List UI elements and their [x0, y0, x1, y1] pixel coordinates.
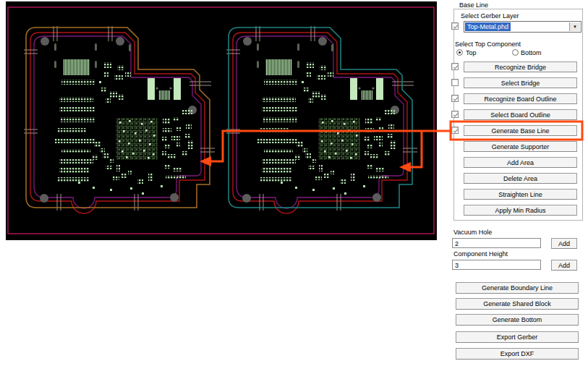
component-height-input[interactable] [452, 260, 541, 270]
radio-bottom[interactable] [512, 49, 519, 56]
component-height-add-button[interactable]: Add [551, 260, 577, 271]
recognize-board-outline-checkbox[interactable] [451, 95, 459, 102]
generate-shared-block-button[interactable]: Generate Shared Block [456, 298, 579, 310]
select-gerber-layer-label: Select Gerber Layer [461, 12, 519, 20]
generate-bottom-button[interactable]: Generate Bottom [456, 314, 579, 326]
gerber-viewport[interactable] [0, 0, 448, 250]
group-title: Base Line [457, 1, 490, 9]
apply-min-radius-button[interactable]: Apply Min Radius [464, 205, 577, 216]
delete-area-button[interactable]: Delete Area [464, 173, 577, 184]
select-top-component-label: Select Top Component [455, 41, 521, 48]
export-dxf-button[interactable]: Export DXF [456, 348, 579, 360]
recognize-bridge-checkbox[interactable] [451, 63, 459, 70]
gerber-layer-value: Top-Metal.phd [465, 22, 511, 31]
check-icon [452, 64, 459, 71]
check-icon [452, 127, 459, 135]
select-board-outline-checkbox[interactable] [451, 111, 459, 118]
radio-bottom-label[interactable]: Bottom [521, 49, 542, 56]
generate-base-line-button[interactable]: Generate Base Line [464, 125, 577, 136]
radio-top[interactable] [456, 49, 463, 56]
straighten-line-button[interactable]: Straighten Line [464, 189, 577, 200]
dropdown-button[interactable]: ▼ [569, 22, 580, 31]
generate-base-line-checkbox[interactable] [451, 127, 459, 134]
add-area-button[interactable]: Add Area [464, 157, 577, 168]
control-panel: Base Line Select Gerber Layer Top-Metal.… [448, 0, 588, 374]
export-gerber-button[interactable]: Export Gerber [456, 331, 579, 343]
select-board-outline-button[interactable]: Select Board Outline [464, 109, 577, 120]
radio-top-label[interactable]: Top [466, 49, 477, 56]
generate-boundary-line-button[interactable]: Generate Boundary Line [456, 282, 579, 294]
gerber-layer-dropdown[interactable]: Top-Metal.phd ▼ [464, 21, 581, 33]
generate-supporter-button[interactable]: Generate Supporter [464, 141, 577, 152]
check-icon [452, 111, 459, 119]
check-icon [452, 23, 459, 30]
check-icon [452, 95, 459, 103]
select-bridge-button[interactable]: Select Bridge [464, 77, 577, 88]
component-height-label: Component Height [453, 250, 508, 258]
vacuum-hole-label: Vacuum Hole [453, 229, 492, 236]
gerber-layer-checkbox[interactable] [451, 22, 459, 30]
chevron-down-icon: ▼ [573, 25, 577, 29]
vacuum-hole-input[interactable] [452, 238, 541, 248]
select-bridge-checkbox[interactable] [451, 79, 459, 86]
recognize-bridge-button[interactable]: Recognize Bridge [464, 61, 577, 72]
vacuum-hole-add-button[interactable]: Add [551, 238, 577, 249]
recognize-board-outline-button[interactable]: Recognize Board Outline [464, 93, 577, 104]
